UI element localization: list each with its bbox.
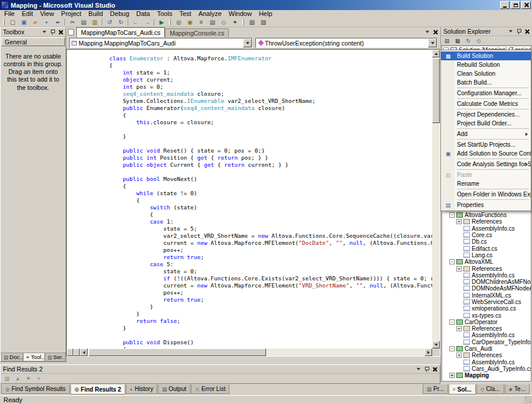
auto-hide-pin-icon[interactable]: [423, 366, 430, 373]
menu-item-code-analysis-settings-for-solution[interactable]: Code Analysis Settings for Solution: [441, 160, 531, 169]
solution-explorer-icon[interactable]: ≡: [196, 18, 206, 27]
undo-icon[interactable]: ↺: [104, 18, 115, 27]
expander-icon[interactable]: -: [449, 259, 455, 264]
next-result-icon[interactable]: ▼: [24, 375, 33, 383]
tree-item-cars-audi[interactable]: -Cars_Audi: [442, 345, 531, 352]
menu-item-open-folder-in-windows-explorer[interactable]: Open Folder in Windows Explorer: [441, 190, 531, 199]
properties-icon[interactable]: ▤: [442, 37, 452, 44]
menu-view[interactable]: View: [37, 10, 58, 18]
expander-icon[interactable]: +: [456, 353, 462, 358]
navigate-forward-icon[interactable]: →: [141, 18, 152, 27]
add-item-icon[interactable]: ▣: [18, 18, 29, 27]
new-item-icon[interactable]: ▢: [7, 18, 18, 27]
view-class-diagram-icon[interactable]: ◇: [474, 37, 484, 44]
object-browser-icon[interactable]: ◇: [218, 18, 229, 27]
tab-properties[interactable]: ▤Pr...: [423, 384, 448, 394]
goto-result-icon[interactable]: ▤: [2, 375, 12, 383]
menu-item-add-solution-to-source-control[interactable]: ▣Add Solution to Source Control...: [441, 149, 531, 158]
split-button[interactable]: [67, 348, 73, 356]
split-button[interactable]: [73, 348, 80, 356]
expander-icon[interactable]: +: [456, 266, 462, 272]
expander-icon[interactable]: +: [449, 373, 455, 378]
save-icon[interactable]: ▪: [41, 18, 51, 27]
paste-icon[interactable]: ▥: [89, 18, 100, 27]
tab-solution-explorer[interactable]: ≡Sol...: [449, 384, 476, 395]
save-all-icon[interactable]: ▪▪: [52, 18, 63, 27]
tree-item-internalxml-cs[interactable]: InternalXML.cs: [442, 292, 531, 299]
tree-item-db-cs[interactable]: Db.cs: [442, 238, 531, 245]
menu-debug[interactable]: Debug: [106, 10, 132, 18]
scroll-up-button[interactable]: [432, 50, 440, 57]
tree-item-domchildrenasmfnodese[interactable]: DOMChildrenAsMFNodeSe...: [442, 279, 531, 285]
tree-item-references[interactable]: +References: [442, 325, 531, 332]
clear-results-icon[interactable]: ×: [34, 375, 44, 383]
close-solution-explorer-button[interactable]: [523, 28, 531, 35]
refresh-icon[interactable]: ↻: [463, 37, 473, 44]
menu-edit[interactable]: Edit: [18, 10, 37, 18]
vertical-scrollbar-thumb[interactable]: [432, 58, 440, 123]
redo-icon[interactable]: ↻: [115, 18, 126, 27]
menu-item-project-build-order[interactable]: Project Build Order...: [441, 119, 531, 128]
resize-grip[interactable]: [524, 396, 531, 403]
expander-icon[interactable]: -: [449, 212, 455, 218]
tree-item-edifact-cs[interactable]: Edifact.cs: [442, 245, 531, 251]
tree-item-references[interactable]: +References: [442, 218, 531, 225]
tree-item-domnodeasmfnodeadap[interactable]: DOMNodeAsMFNodeAdap...: [442, 285, 531, 292]
open-file-icon[interactable]: ▰: [30, 18, 40, 27]
menu-item-build-solution[interactable]: ▦Build Solution: [441, 51, 531, 60]
tree-item-assemblyinfo-cs[interactable]: AssemblyInfo.cs: [442, 359, 531, 366]
previous-result-icon[interactable]: ▲: [13, 375, 22, 383]
tab-server-explorer[interactable]: ▥Ser...: [45, 353, 66, 361]
code-editor[interactable]: class Enumerator : Altova.Mapforce.IMFEn…: [66, 49, 440, 357]
members-dropdown[interactable]: ThrowUserException(string content): [255, 38, 437, 48]
menu-item-batch-build[interactable]: Batch Build...: [441, 78, 531, 87]
tab-class-view[interactable]: ◇Cla...: [476, 384, 504, 394]
types-dropdown[interactable]: Mapping.MappingMapToCars_Audi: [69, 38, 252, 48]
scroll-right-button[interactable]: [424, 348, 432, 356]
file-list-dropdown-icon[interactable]: [423, 28, 431, 35]
menu-item-clean-solution[interactable]: Clean Solution: [441, 69, 531, 78]
dropdown-arrow-button[interactable]: [243, 38, 252, 47]
menu-data[interactable]: Data: [133, 10, 154, 18]
menu-window[interactable]: Window: [225, 10, 255, 18]
tree-item-cars-audi-typeinfo-cs[interactable]: Cars_Audi_TypeInfo.cs: [442, 366, 531, 372]
tab-toolbox[interactable]: ✦Tool...: [23, 353, 45, 361]
close-document-button[interactable]: [432, 28, 439, 35]
maximize-button[interactable]: [511, 1, 520, 9]
tab-history[interactable]: ◐History: [126, 384, 157, 394]
close-button[interactable]: [521, 1, 531, 9]
auto-hide-pin-icon[interactable]: [515, 28, 523, 35]
tree-item-core-cs[interactable]: Core.cs: [442, 232, 531, 238]
find-in-files-icon[interactable]: ◉: [184, 18, 195, 27]
menu-analyze[interactable]: Analyze: [195, 10, 225, 18]
tree-item-assemblyinfo-cs[interactable]: AssemblyInfo.cs: [442, 225, 531, 232]
tree-item-xmloperations-cs[interactable]: xmloperations.cs: [442, 305, 531, 312]
find-icon[interactable]: ◎: [173, 18, 184, 27]
dropdown-arrow-button[interactable]: [428, 38, 437, 47]
menu-item-properties[interactable]: ▤Properties: [441, 201, 531, 209]
menu-help[interactable]: Help: [255, 10, 276, 18]
menu-item-configuration-manager[interactable]: Configuration Manager...: [441, 89, 531, 98]
tree-item-webservicecall-cs[interactable]: WebServiceCall.cs: [442, 299, 531, 305]
horizontal-scrollbar-thumb[interactable]: [89, 348, 266, 356]
comment-icon[interactable]: ▧: [246, 18, 257, 27]
tab-find-symbol-results[interactable]: ◎Find Symbol Results: [1, 384, 70, 394]
tree-item-altovaxml[interactable]: -AltovaXML: [442, 258, 531, 265]
document-tab-mappingconsole-cs[interactable]: MappingConsole.cs: [165, 28, 229, 37]
window-position-icon[interactable]: [507, 28, 514, 35]
tree-item-assemblyinfo-cs[interactable]: AssemblyInfo.cs: [442, 332, 531, 338]
uncomment-icon[interactable]: ▨: [258, 18, 268, 27]
toolbox-general-section[interactable]: General: [1, 37, 65, 46]
vertical-scrollbar[interactable]: [432, 50, 440, 348]
tree-item-assemblyinfo-cs[interactable]: AssemblyInfo.cs: [442, 272, 531, 279]
expander-icon[interactable]: -: [449, 319, 455, 325]
menu-project[interactable]: Project: [57, 10, 85, 18]
start-debug-icon[interactable]: ▶: [156, 18, 167, 27]
close-toolbox-button[interactable]: [57, 28, 64, 35]
menu-item-set-startup-projects[interactable]: Set StartUp Projects...: [441, 140, 531, 149]
toolbox-icon[interactable]: ✦: [229, 18, 240, 27]
tree-item-references[interactable]: +References: [442, 265, 531, 272]
menu-item-project-dependencies[interactable]: Project Dependencies...: [441, 110, 531, 119]
window-position-icon[interactable]: [40, 28, 48, 35]
tree-item-caroperator[interactable]: -CarOperator: [442, 319, 531, 325]
